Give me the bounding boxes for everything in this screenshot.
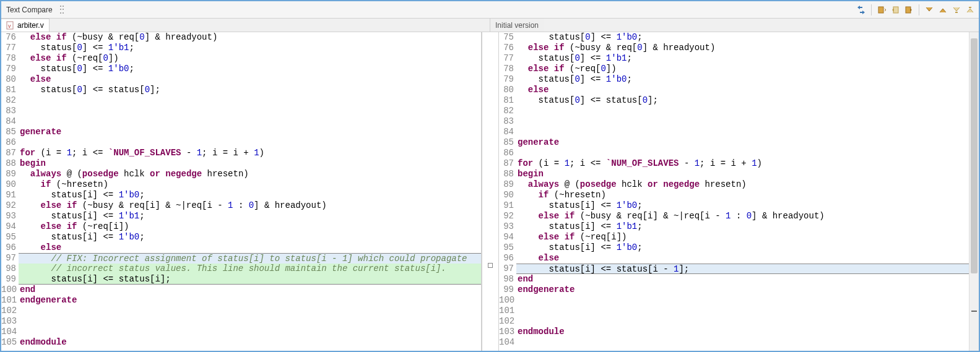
code-line[interactable]: endmodule — [516, 327, 979, 337]
svg-text:v: v — [8, 23, 11, 29]
code-line[interactable]: if (~hresetn) — [516, 190, 979, 200]
code-line[interactable]: status[i] <= 1'b0; — [19, 232, 481, 243]
code-line[interactable]: endmodule — [19, 337, 481, 348]
code-line[interactable]: else if (~req[0]) — [516, 64, 979, 74]
code-line[interactable] — [19, 327, 481, 337]
code-line[interactable] — [516, 316, 979, 327]
code-line[interactable] — [19, 95, 481, 106]
code-line[interactable] — [516, 106, 979, 116]
code-line[interactable]: if (~hresetn) — [19, 179, 481, 190]
pane-left[interactable]: 7677787980818283848586878889909192939495… — [1, 32, 482, 351]
code-line[interactable]: else if (~busy & req[0] & hreadyout) — [516, 43, 979, 53]
view-title: Text Compare — [4, 6, 53, 14]
code-line[interactable] — [516, 306, 979, 316]
linenumbers-left: 7677787980818283848586878889909192939495… — [1, 32, 19, 351]
tab-right-label: Initial version — [495, 21, 539, 30]
scrollbar-thumb[interactable] — [971, 38, 978, 273]
code-line[interactable]: for (i = 1; i <= `NUM_OF_SLAVES - 1; i =… — [516, 158, 979, 169]
code-line[interactable]: for (i = 1; i <= `NUM_OF_SLAVES - 1; i =… — [19, 148, 481, 158]
code-line[interactable] — [19, 316, 481, 327]
code-line[interactable]: // incorrect status values. This line sh… — [19, 264, 481, 274]
overview-ruler[interactable] — [969, 32, 979, 351]
code-line[interactable]: status[0] <= 1'b0; — [19, 64, 481, 74]
next-diff-button[interactable] — [923, 4, 935, 16]
code-line[interactable]: else — [516, 253, 979, 264]
code-line[interactable]: endgenerate — [19, 295, 481, 306]
tab-left-file[interactable]: v arbiter.v — [1, 19, 50, 32]
copy-left-to-right-button[interactable] — [903, 4, 915, 16]
code-line[interactable] — [516, 337, 979, 348]
prev-diff-button[interactable] — [937, 4, 949, 16]
code-line[interactable] — [19, 137, 481, 148]
code-line[interactable]: status[0] <= status[0]; — [19, 85, 481, 95]
code-line[interactable]: else if (~busy & req[0] & hreadyout) — [19, 32, 481, 43]
compare-toolbar — [855, 4, 976, 16]
drag-handle-icon[interactable] — [60, 5, 65, 15]
overview-marker[interactable] — [971, 311, 977, 312]
code-line[interactable]: always @ (posedge hclk or negedge hreset… — [19, 169, 481, 179]
svg-rect-3 — [955, 12, 958, 13]
code-line[interactable]: status[i] <= 1'b0; — [19, 190, 481, 200]
code-line[interactable]: end — [19, 285, 481, 295]
code-line[interactable]: end — [516, 274, 979, 285]
code-line[interactable]: always @ (posedge hclk or negedge hreset… — [516, 179, 979, 190]
code-line[interactable]: generate — [19, 127, 481, 137]
code-line[interactable]: else if (~busy & req[i] & ~|req[i - 1 : … — [516, 211, 979, 221]
code-line[interactable]: endgenerate — [516, 285, 979, 295]
tabbar: v arbiter.v Initial version — [1, 19, 979, 32]
pane-right[interactable]: 7576777879808182838485868788899091929394… — [499, 32, 979, 351]
tab-left-label: arbiter.v — [17, 21, 44, 30]
copy-right-to-left-button[interactable] — [889, 4, 901, 16]
code-line[interactable]: begin — [516, 169, 979, 179]
code-line[interactable] — [19, 106, 481, 116]
code-line[interactable]: else — [516, 85, 979, 95]
code-line[interactable] — [516, 127, 979, 137]
code-left[interactable]: else if (~busy & req[0] & hreadyout) sta… — [19, 32, 481, 351]
code-line[interactable] — [516, 116, 979, 127]
code-line[interactable]: status[0] <= 1'b1; — [19, 43, 481, 53]
code-right[interactable]: status[0] <= 1'b0; else if (~busy & req[… — [516, 32, 979, 351]
code-line[interactable]: else if (~req[0]) — [19, 53, 481, 64]
code-line[interactable]: status[i] <= 1'b1; — [19, 211, 481, 221]
svg-rect-2 — [906, 7, 911, 13]
code-line[interactable]: status[i] <= 1'b1; — [516, 221, 979, 232]
copy-all-right-to-left-button[interactable] — [875, 4, 888, 16]
code-line[interactable]: status[0] <= 1'b0; — [516, 32, 979, 43]
code-line[interactable] — [516, 148, 979, 158]
code-line[interactable]: else — [19, 74, 481, 85]
code-line[interactable]: status[0] <= status[0]; — [516, 95, 979, 106]
code-line[interactable]: begin — [19, 158, 481, 169]
code-line[interactable] — [19, 116, 481, 127]
code-line[interactable]: status[i] <= 1'b0; — [516, 200, 979, 211]
code-line[interactable]: else — [19, 243, 481, 253]
compare-panes: 7677787980818283848586878889909192939495… — [1, 32, 979, 351]
code-line[interactable]: else if (~req[i]) — [516, 232, 979, 243]
code-line[interactable]: status[i] <= status[i]; — [19, 274, 481, 285]
swap-sides-button[interactable] — [855, 4, 867, 16]
svg-rect-1 — [893, 7, 898, 13]
code-line[interactable]: else if (~req[i]) — [19, 221, 481, 232]
code-line[interactable]: status[i] <= 1'b0; — [516, 243, 979, 253]
code-line[interactable]: status[0] <= 1'b1; — [516, 53, 979, 64]
code-line[interactable]: // FIX: Incorrect assignment of status[i… — [19, 253, 481, 264]
diff-link-icon[interactable] — [482, 262, 498, 268]
diff-gutter[interactable] — [482, 32, 499, 351]
code-line[interactable] — [19, 306, 481, 316]
next-change-button[interactable] — [950, 4, 963, 16]
titlebar: Text Compare — [1, 1, 979, 19]
prev-change-button[interactable] — [964, 4, 976, 16]
svg-rect-4 — [969, 7, 971, 8]
code-line[interactable]: generate — [516, 137, 979, 148]
linenumbers-right: 7576777879808182838485868788899091929394… — [499, 32, 516, 351]
tab-right-file[interactable]: Initial version — [490, 19, 544, 32]
code-line[interactable]: status[0] <= 1'b0; — [516, 74, 979, 85]
svg-rect-0 — [878, 7, 883, 13]
verilog-file-icon: v — [6, 21, 15, 30]
code-line[interactable] — [516, 295, 979, 306]
code-line[interactable]: status[i] <= status[i - 1]; — [516, 264, 979, 274]
code-line[interactable]: else if (~busy & req[i] & ~|req[i - 1 : … — [19, 200, 481, 211]
